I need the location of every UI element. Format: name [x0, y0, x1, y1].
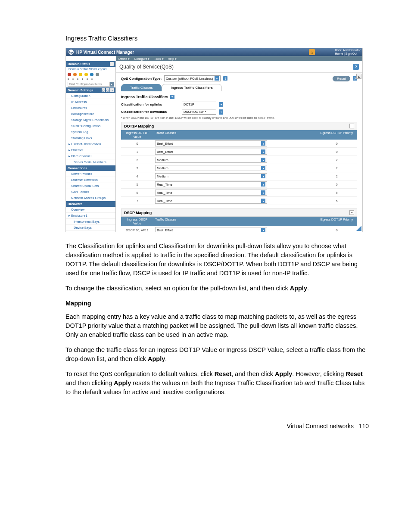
- traffic-class-cell: Best_Effort▾: [153, 140, 316, 147]
- sidebar-item[interactable]: Storage Mgmt Credentials: [66, 117, 115, 123]
- search-input[interactable]: [68, 82, 110, 87]
- page-footer: Virtual Connect networks 110: [0, 423, 411, 429]
- status-major-icon[interactable]: [73, 73, 77, 76]
- traffic-class-select[interactable]: Best_Effort▾: [155, 140, 267, 146]
- sidebar-item-interconnect-bays[interactable]: Interconnect Bays: [66, 219, 115, 225]
- hp-logo-icon: hp: [68, 50, 74, 55]
- chevron-down-icon: ▾: [261, 166, 265, 170]
- egress-priority: 2: [316, 157, 357, 163]
- chevron-down-icon[interactable]: ▾: [219, 102, 223, 107]
- menu-tools[interactable]: Tools ▾: [154, 57, 163, 61]
- egress-priority: 5: [316, 198, 357, 204]
- sidebar-item[interactable]: Shared Uplink Sets: [66, 183, 115, 189]
- sidebar-item-overview[interactable]: Overview: [66, 207, 115, 213]
- traffic-class-select[interactable]: Medium▾: [155, 157, 267, 163]
- chevron-down-icon: ▾: [261, 182, 265, 187]
- sidebar-item-users-auth[interactable]: ▸ Users/Authentication: [66, 141, 115, 147]
- footnote-text: * When DSCP and DOT1P are both in use, D…: [121, 116, 357, 119]
- paragraph: Each mapping entry has a key value and a…: [65, 312, 369, 339]
- tabs: Traffic Classes Ingress Traffic Classifi…: [121, 84, 357, 91]
- sidebar-item[interactable]: Configuration: [66, 93, 115, 99]
- chevron-down-icon: ▾: [261, 174, 265, 178]
- tab-traffic-classes[interactable]: Traffic Classes: [121, 84, 162, 91]
- qos-config-type-select[interactable]: Custom (without FCoE Lossless)▾: [164, 75, 221, 81]
- sidebar-item[interactable]: System Log: [66, 129, 115, 135]
- sidebar-search[interactable]: ▸: [66, 81, 115, 87]
- sidebar-item[interactable]: Stacking Links: [66, 135, 115, 141]
- status-minor-icon[interactable]: [79, 73, 82, 76]
- sidebar-item[interactable]: Network Access Groups: [66, 195, 115, 201]
- menu-define[interactable]: Define ▾: [118, 57, 130, 61]
- egress-priority: 0: [316, 141, 357, 146]
- sidebar-item-remote-enclosure[interactable]: ▸ RemoteEnclosure1: [66, 231, 115, 232]
- status-info-icon[interactable]: [90, 73, 93, 76]
- traffic-class-select[interactable]: Real_Time▾: [155, 198, 267, 204]
- traffic-class-select[interactable]: Best_Effort▾: [155, 149, 267, 155]
- dot1p-mapping-header[interactable]: DOT1P Mapping −: [121, 122, 357, 130]
- status-critical-icon[interactable]: [68, 73, 71, 76]
- egress-priority: 5: [316, 182, 357, 187]
- sidebar-item[interactable]: Backup/Restore: [66, 111, 115, 117]
- sidebar-item[interactable]: Server Profiles: [66, 171, 115, 177]
- menu-help[interactable]: Help ▾: [168, 57, 177, 61]
- tab-ingress-classifiers[interactable]: Ingress Traffic Classifiers: [162, 84, 221, 91]
- collapse-icon[interactable]: −: [110, 62, 114, 66]
- chevron-down-icon: ▾: [261, 149, 265, 154]
- sidebar-item[interactable]: Enclosures: [66, 105, 115, 111]
- traffic-class-select[interactable]: Real_Time▾: [155, 181, 267, 187]
- traffic-class-select[interactable]: Real_Time▾: [155, 190, 267, 196]
- table-row: 7Real_Time▾5: [121, 197, 357, 205]
- page-title: Ingress Traffic Classifiers: [65, 34, 369, 42]
- traffic-class-cell: Real_Time▾: [153, 189, 316, 196]
- sidebar-item-enclosure1[interactable]: ▸ Enclosure1: [66, 213, 115, 219]
- collapse-icon[interactable]: −: [349, 124, 354, 128]
- sidebar-item-ethernet[interactable]: ▸ Ethernet: [66, 147, 115, 153]
- sidebar-connections-header[interactable]: Connections: [66, 165, 115, 171]
- chevron-down-icon[interactable]: ▾: [219, 109, 223, 115]
- egress-priority: 2: [316, 174, 357, 179]
- menu-configure[interactable]: Configure ▾: [134, 57, 149, 61]
- user-links[interactable]: Home | Sign Out: [335, 52, 361, 56]
- status-warning-icon[interactable]: [84, 73, 88, 76]
- traffic-class-cell: Medium▾: [153, 164, 316, 172]
- sidebar-item[interactable]: Ethernet Networks: [66, 177, 115, 183]
- chevron-down-icon: ▾: [261, 228, 265, 232]
- menubar[interactable]: Define ▾ Configure ▾ Tools ▾ Help ▾: [116, 56, 362, 61]
- home-icon[interactable]: [309, 49, 315, 55]
- help-icon[interactable]: ?: [170, 95, 174, 99]
- user-label: User: Administrator: [335, 49, 361, 52]
- chevron-down-icon: ▾: [215, 76, 219, 81]
- app-title: HP Virtual Connect Manager: [76, 50, 360, 55]
- sidebar-item-server-serial[interactable]: Server Serial Numbers: [66, 159, 115, 165]
- reset-button[interactable]: Reset: [333, 76, 350, 81]
- sidebar-domain-status-header[interactable]: Domain Status −: [66, 61, 115, 67]
- search-go-icon[interactable]: ▸: [110, 82, 114, 87]
- sidebar-domain-settings-header[interactable]: Domain Settings ▢▢▴: [66, 87, 115, 93]
- scroll-up-icon[interactable]: ▴: [110, 88, 114, 92]
- collapse-icon[interactable]: −: [349, 210, 354, 215]
- classification-downlinks-select[interactable]: DSCP/DOT1P *: [182, 109, 216, 115]
- status-unknown-icon[interactable]: [96, 73, 99, 76]
- traffic-class-cell: Medium▾: [153, 172, 316, 180]
- sidebar-item[interactable]: IP Address: [66, 99, 115, 105]
- traffic-class-select[interactable]: Best_Effort▾: [155, 227, 267, 232]
- user-info: User: Administrator Home | Sign Out: [335, 49, 361, 56]
- sidebar-item[interactable]: SAN Fabrics: [66, 189, 115, 195]
- help-icon[interactable]: ?: [223, 76, 227, 81]
- sidebar-item-device-bays[interactable]: Device Bays: [66, 225, 115, 231]
- traffic-class-select[interactable]: Medium▾: [155, 173, 267, 179]
- dscp-mapping-header[interactable]: DSCP Mapping −: [121, 208, 357, 217]
- tree-expand-icon[interactable]: ▢: [106, 88, 109, 92]
- sidebar-item[interactable]: SNMP Configuration: [66, 123, 115, 129]
- help-icon[interactable]: ?: [353, 64, 359, 70]
- ingress-value: 2: [121, 157, 153, 163]
- tree-collapse-icon[interactable]: ▢: [102, 88, 105, 92]
- classification-uplinks-select[interactable]: DOT1P: [182, 102, 216, 107]
- sidebar-domain-sub[interactable]: Domain Status View Legend...: [66, 67, 115, 72]
- sidebar-item-fibre-channel[interactable]: ▸ Fibre Channel: [66, 153, 115, 159]
- sidebar-hardware-header[interactable]: Hardware: [66, 201, 115, 207]
- status-count-row: [66, 78, 115, 81]
- traffic-class-cell: Best_Effort▾: [153, 226, 316, 232]
- traffic-class-select[interactable]: Medium▾: [155, 165, 267, 171]
- scroll-up-icon[interactable]: ▴: [356, 74, 361, 79]
